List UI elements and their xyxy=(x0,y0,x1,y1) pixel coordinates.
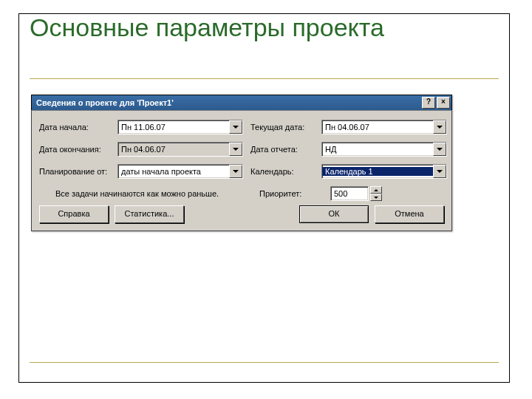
ok-button[interactable]: ОК xyxy=(299,205,369,223)
priority-value: 500 xyxy=(331,189,368,198)
calendar-field[interactable]: Календарь 1 xyxy=(321,164,447,179)
calendar-value: Календарь 1 xyxy=(322,167,433,176)
chevron-down-icon xyxy=(437,148,443,151)
project-info-dialog: Сведения о проекте для 'Проект1' ? × Дат… xyxy=(31,95,452,231)
start-date-field[interactable]: Пн 11.06.07 xyxy=(117,120,243,134)
schedule-from-dropdown-button[interactable] xyxy=(229,165,242,178)
current-date-value: Пн 04.06.07 xyxy=(322,123,433,132)
calendar-dropdown-button[interactable] xyxy=(433,165,446,178)
dialog-titlebar[interactable]: Сведения о проекте для 'Проект1' ? × xyxy=(31,95,452,110)
priority-spinner[interactable]: 500 xyxy=(330,186,382,201)
current-date-dropdown-button[interactable] xyxy=(433,120,446,134)
schedule-from-field[interactable]: даты начала проекта xyxy=(117,164,243,179)
chevron-down-icon xyxy=(233,170,239,173)
end-date-field: Пн 04.06.07 xyxy=(117,142,243,157)
footer-underline xyxy=(30,362,499,363)
priority-field[interactable]: 500 xyxy=(330,186,369,201)
chevron-down-icon xyxy=(437,170,443,173)
chevron-down-icon xyxy=(233,126,239,129)
priority-spin-down[interactable] xyxy=(370,194,382,201)
report-date-field[interactable]: НД xyxy=(321,142,447,157)
label-calendar: Календарь: xyxy=(250,167,314,176)
label-report-date: Дата отчета: xyxy=(250,145,314,154)
report-date-value: НД xyxy=(322,145,433,154)
label-end-date: Дата окончания: xyxy=(39,145,110,154)
start-date-value: Пн 11.06.07 xyxy=(118,123,229,132)
end-date-value: Пн 04.06.07 xyxy=(118,145,229,154)
current-date-field[interactable]: Пн 04.06.07 xyxy=(321,120,447,134)
report-date-dropdown-button[interactable] xyxy=(433,143,446,156)
statistics-button[interactable]: Статистика... xyxy=(115,205,184,223)
title-underline xyxy=(30,78,499,80)
cancel-button[interactable]: Отмена xyxy=(375,205,444,223)
end-date-dropdown-button[interactable] xyxy=(229,143,242,156)
label-start-date: Дата начала: xyxy=(39,123,110,132)
chevron-down-icon xyxy=(233,148,239,151)
chevron-down-icon xyxy=(374,197,378,199)
start-date-dropdown-button[interactable] xyxy=(229,120,242,134)
label-priority: Приоритет: xyxy=(259,189,323,198)
dialog-body: Дата начала: Пн 11.06.07 Текущая дата: П… xyxy=(31,110,452,231)
label-schedule-from: Планирование от: xyxy=(39,167,110,176)
page-title: Основные параметры проекта xyxy=(30,13,384,42)
dialog-title: Сведения о проекте для 'Проект1' xyxy=(36,98,422,107)
schedule-note: Все задачи начинаются как можно раньше. xyxy=(55,189,249,198)
help-button[interactable]: Справка xyxy=(39,205,109,223)
titlebar-help-button[interactable]: ? xyxy=(422,97,435,109)
chevron-down-icon xyxy=(437,126,443,129)
schedule-from-value: даты начала проекта xyxy=(118,167,229,176)
titlebar-close-button[interactable]: × xyxy=(437,97,450,109)
chevron-up-icon xyxy=(374,189,378,191)
priority-spin-up[interactable] xyxy=(370,186,382,194)
label-current-date: Текущая дата: xyxy=(250,123,314,132)
